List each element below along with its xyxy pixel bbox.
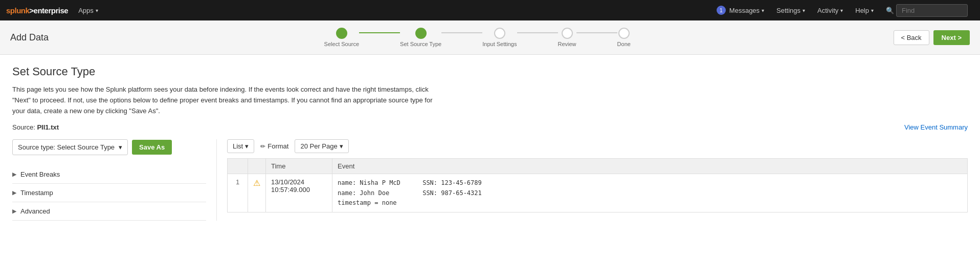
step-review: Review [558,28,576,47]
accordion-advanced-header[interactable]: ▶ Advanced [12,207,206,215]
format-label: Format [268,142,288,150]
activity-menu[interactable]: Activity ▾ [811,0,849,20]
step-select-source: Select Source [324,28,359,47]
left-panel: Source type: Select Source Type ▾ Save A… [12,139,217,221]
step-input-settings: Input Settings [482,28,517,47]
event-breaks-chevron-icon: ▶ [12,171,16,178]
step-5-label: Done [617,41,631,47]
next-label: Next > [942,34,962,41]
list-chevron-icon: ▾ [245,142,249,150]
right-panel: List ▾ ✏ Format 20 Per Page ▾ Ti [217,139,968,221]
accordion-event-breaks: ▶ Event Breaks [12,165,206,184]
wizard-header: Add Data Select Source Set Source Type I… [0,20,980,55]
source-type-chevron-icon: ▾ [119,143,122,151]
wizard-navigation: < Back Next > [894,30,970,45]
table-toolbar: List ▾ ✏ Format 20 Per Page ▾ [227,139,968,153]
accordion-event-breaks-header[interactable]: ▶ Event Breaks [12,171,206,178]
brand-logo: splunk>enterprise [6,6,68,15]
col-num [228,159,248,174]
connector-1-2 [359,32,400,33]
next-button[interactable]: Next > [933,30,970,45]
list-label: List [233,142,243,150]
messages-menu[interactable]: 1 Messages ▾ [710,0,770,20]
activity-label: Activity [817,7,838,14]
view-event-summary-link[interactable]: View Event Summary [904,123,968,131]
step-4-circle [562,28,573,39]
topnav-right-section: 1 Messages ▾ Settings ▾ Activity ▾ Help … [710,0,974,20]
source-type-placeholder: Source type: Select Source Type [18,143,115,151]
list-button[interactable]: List ▾ [227,139,254,153]
apps-chevron-icon: ▾ [96,8,98,13]
activity-chevron-icon: ▾ [840,8,843,13]
messages-badge: 1 [717,6,726,15]
source-type-row: Source type: Select Source Type ▾ Save A… [12,139,206,155]
source-label-row: Source: PII1.txt View Event Summary [12,123,968,131]
step-2-label: Set Source Type [400,41,441,47]
step-1-label: Select Source [324,41,359,47]
step-done: Done [617,28,631,47]
per-page-button[interactable]: 20 Per Page ▾ [295,139,348,153]
row-time: 13/10/202410:57:49.000 [266,174,332,212]
step-4-label: Review [558,41,576,47]
settings-chevron-icon: ▾ [803,8,805,13]
connector-4-5 [576,32,617,33]
event-line-1: name: Nisha P McD SSN: 123-45-6789 [338,178,962,188]
source-text: Source: PII1.txt [12,123,59,131]
connector-3-4 [517,32,558,33]
source-label: Source: [12,123,35,131]
help-chevron-icon: ▾ [871,8,874,13]
source-type-select[interactable]: Source type: Select Source Type ▾ [12,139,128,155]
connector-2-3 [441,32,482,33]
event-breaks-label: Event Breaks [20,171,60,178]
find-search-area[interactable]: 🔍 [880,0,974,20]
top-navigation: splunk>enterprise Apps ▾ 1 Messages ▾ Se… [0,0,980,20]
settings-menu[interactable]: Settings ▾ [770,0,811,20]
messages-label: Messages [729,7,760,14]
per-page-chevron-icon: ▾ [340,142,343,150]
timestamp-label: Timestamp [20,189,53,197]
help-menu[interactable]: Help ▾ [849,0,880,20]
back-button[interactable]: < Back [894,30,929,45]
accordion-advanced: ▶ Advanced [12,202,206,221]
events-table: Time Event 1 ⚠ 13/10/202410:57:49.000 [227,158,968,212]
col-warn [248,159,266,174]
help-label: Help [855,7,869,14]
row-num: 1 [228,174,248,212]
source-value: PII1.txt [37,123,59,131]
warning-triangle-icon: ⚠ [253,179,260,187]
page-description: This page lets you see how the Splunk pl… [12,84,447,116]
advanced-label: Advanced [20,207,50,215]
row-warning: ⚠ [248,174,266,212]
table-row: 1 ⚠ 13/10/202410:57:49.000 name: Nisha P… [228,174,968,212]
step-1-circle [336,28,347,39]
save-as-button[interactable]: Save As [132,140,172,155]
messages-chevron-icon: ▾ [762,8,764,13]
search-icon: 🔍 [886,7,894,14]
event-line-3: timestamp = none [338,198,962,208]
col-event: Event [332,159,968,174]
apps-label: Apps [78,7,94,14]
row-event: name: Nisha P McD SSN: 123-45-6789 name:… [332,174,968,212]
splunk-logo: splunk>enterprise [6,6,68,15]
svg-point-1 [418,31,424,36]
step-set-source-type: Set Source Type [400,28,441,47]
page-title: Set Source Type [12,65,968,78]
settings-label: Settings [776,7,800,14]
per-page-label: 20 Per Page [300,142,337,150]
content-columns: Source type: Select Source Type ▾ Save A… [12,139,968,221]
event-line-2: name: John Doe SSN: 987-65-4321 [338,188,962,198]
find-input[interactable] [896,4,968,17]
advanced-chevron-icon: ▶ [12,208,16,215]
step-3-label: Input Settings [482,41,517,47]
accordion-timestamp-header[interactable]: ▶ Timestamp [12,189,206,197]
timestamp-chevron-icon: ▶ [12,189,16,196]
main-content: Set Source Type This page lets you see h… [0,55,980,277]
step-5-circle [618,28,630,39]
apps-menu[interactable]: Apps ▾ [72,0,104,20]
step-2-circle [415,28,427,39]
step-3-circle [494,28,505,39]
wizard-title: Add Data [10,32,61,43]
format-button[interactable]: ✏ Format [260,140,288,153]
svg-point-0 [339,31,344,36]
pencil-icon: ✏ [260,143,265,150]
